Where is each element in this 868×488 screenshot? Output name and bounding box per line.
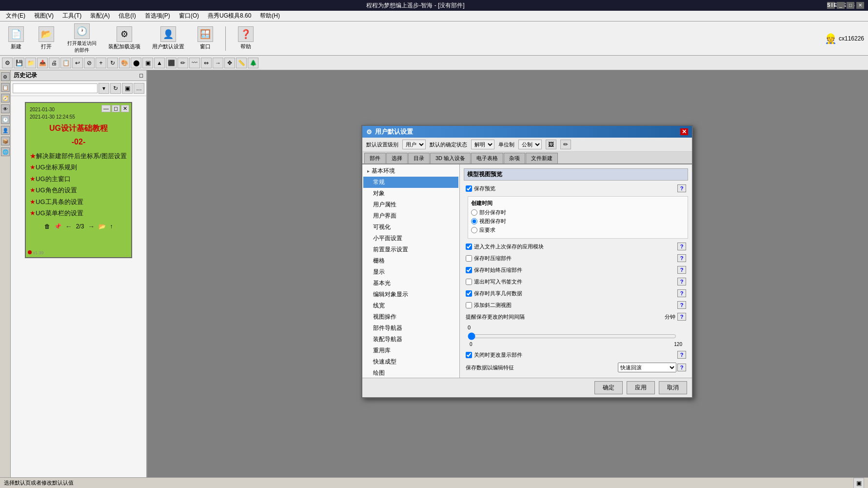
tb2-undo-btn[interactable]: ↩ xyxy=(72,58,83,68)
reminder-help[interactable]: ? xyxy=(677,313,686,321)
tb2-cancel-btn[interactable]: ⊘ xyxy=(84,58,95,68)
tb2-cube-btn[interactable]: ▣ xyxy=(142,58,153,68)
save-data-select[interactable]: 快速回滚 完整保存 不保存 xyxy=(618,363,676,372)
tree-visualization[interactable]: 可视化 xyxy=(363,222,458,233)
left-icon-view[interactable]: 👁 xyxy=(1,104,10,113)
write-bookmark-label[interactable]: 退出时写入书签文件 xyxy=(466,278,522,285)
settings-unit-select[interactable]: 公制 xyxy=(518,140,542,149)
tree-reuse-lib[interactable]: 重用库 xyxy=(363,345,458,356)
tb2-move-btn[interactable]: ✥ xyxy=(224,58,235,68)
dialog-apply-btn[interactable]: 应用 xyxy=(627,381,655,394)
tree-object[interactable]: 对象 xyxy=(363,188,458,199)
settings-icon2-btn[interactable]: ✏ xyxy=(560,140,571,149)
card-pin-icon[interactable]: 📌 xyxy=(54,223,61,230)
card-share-icon[interactable]: ↑ xyxy=(110,223,113,230)
always-compress-label[interactable]: 保存时始终压缩部件 xyxy=(466,266,522,274)
tb2-plus-btn[interactable]: + xyxy=(96,58,106,68)
card-prev-btn[interactable]: ← xyxy=(65,223,72,230)
history-search-dropdown[interactable]: ▾ xyxy=(99,83,109,94)
tree-basic-env[interactable]: ▸ 基本环境 xyxy=(363,165,458,177)
card-restore-icon[interactable]: ◻ xyxy=(112,105,120,112)
tb2-sketch-btn[interactable]: ✏ xyxy=(178,58,188,68)
write-bookmark-help[interactable]: ? xyxy=(677,278,686,285)
settings-confirm-select[interactable]: 解明 xyxy=(471,140,494,149)
tree-assembly-nav[interactable]: 装配导航器 xyxy=(363,334,458,345)
compress-on-save-checkbox[interactable] xyxy=(466,255,472,262)
history-more-btn[interactable]: … xyxy=(134,83,144,94)
tree-edit-obj-display[interactable]: 编辑对象显示 xyxy=(363,289,458,300)
tb2-folder-btn[interactable]: 📁 xyxy=(25,58,36,68)
tree-fast-model[interactable]: 快速成型 xyxy=(363,356,458,367)
save-preview-label[interactable]: 保存预览 xyxy=(466,185,495,192)
history-view-btn[interactable]: ▣ xyxy=(122,83,133,94)
tb2-measure-btn[interactable]: 📏 xyxy=(236,58,247,68)
dialog-cancel-btn[interactable]: 取消 xyxy=(659,381,687,394)
settings-icon1-btn[interactable]: 🖼 xyxy=(546,140,556,149)
tb2-wire-btn[interactable]: 〰 xyxy=(189,58,200,68)
toolbar-window-btn[interactable]: 🪟 窗口 xyxy=(193,24,217,52)
tb2-copy-btn[interactable]: 📋 xyxy=(60,58,71,68)
tree-line[interactable]: 线宽 xyxy=(363,300,458,311)
load-last-modules-label[interactable]: 进入文件上次保存的应用模块 xyxy=(466,243,544,250)
card-close-icon[interactable]: ✕ xyxy=(121,105,129,112)
tree-user-attr[interactable]: 用户属性 xyxy=(363,199,458,210)
toolbar-open-btn[interactable]: 📂 打开 xyxy=(34,24,59,52)
tree-user-interface[interactable]: 用户界面 xyxy=(363,210,458,222)
close-btn[interactable]: ✕ xyxy=(856,2,864,9)
tb2-settings-btn[interactable]: ⚙ xyxy=(2,58,13,68)
toolbar-open-recent-btn[interactable]: 🕐 打开最近访问的部件 xyxy=(64,21,99,56)
tab-eye[interactable]: 目录 xyxy=(408,153,430,163)
tab-select[interactable]: 选择 xyxy=(386,153,408,163)
toolbar-help-btn[interactable]: ❓ 帮助 xyxy=(234,24,258,52)
radio-partial-save[interactable] xyxy=(471,209,477,216)
history-refresh-btn[interactable]: ↻ xyxy=(110,83,121,94)
menu-yanxiu[interactable]: 燕秀UG模具8.60 xyxy=(204,11,255,21)
card-open-icon[interactable]: 📂 xyxy=(99,223,106,230)
tb2-tree-btn[interactable]: 🌲 xyxy=(248,58,258,68)
tb2-export-btn[interactable]: 📤 xyxy=(37,58,48,68)
menu-tools[interactable]: 工具(T) xyxy=(59,11,85,21)
menu-window[interactable]: 窗口(O) xyxy=(175,11,203,21)
toolbar-load-options-btn[interactable]: ⚙ 装配加载选项 xyxy=(105,24,143,52)
tree-drawing[interactable]: 绘图 xyxy=(363,367,458,378)
write-bookmark-checkbox[interactable] xyxy=(466,279,472,285)
settings-level-select[interactable]: 用户 xyxy=(402,140,426,149)
dialog-ok-btn[interactable]: 确定 xyxy=(594,381,623,394)
card-trash-icon[interactable]: 🗑 xyxy=(44,223,50,230)
tb2-color-btn[interactable]: 🎨 xyxy=(119,58,130,68)
tb2-cyl-btn[interactable]: ⬛ xyxy=(166,58,177,68)
close-show-checkbox[interactable] xyxy=(466,352,472,358)
menu-file[interactable]: 文件(E) xyxy=(2,11,29,21)
tree-view-ops[interactable]: 视图操作 xyxy=(363,311,458,323)
tb2-rotate-btn[interactable]: ↻ xyxy=(107,58,118,68)
tb2-sphere-btn[interactable]: ⬤ xyxy=(131,58,141,68)
menu-assembly[interactable]: 装配(A) xyxy=(86,11,114,21)
tab-3d-input[interactable]: 3D 输入设备 xyxy=(430,153,471,163)
tab-new-file[interactable]: 文件新建 xyxy=(526,153,558,163)
radio-view-save[interactable] xyxy=(471,218,477,224)
left-icon-box[interactable]: 📦 xyxy=(1,137,10,145)
save-data-help[interactable]: ? xyxy=(677,364,686,371)
left-icon-nav[interactable]: 🧭 xyxy=(1,94,10,102)
menu-prefs[interactable]: 首选项(P) xyxy=(141,11,174,21)
load-last-modules-help[interactable]: ? xyxy=(677,243,686,250)
tree-palette[interactable]: 栅格 xyxy=(363,255,458,266)
status-icon-btn[interactable]: ▣ xyxy=(853,478,864,488)
compress-on-save-help[interactable]: ? xyxy=(677,254,686,262)
close-show-help[interactable]: ? xyxy=(677,351,686,359)
menu-help[interactable]: 帮助(H) xyxy=(256,11,284,21)
toolbar-new-btn[interactable]: 📄 新建 xyxy=(4,24,28,52)
left-icon-gear[interactable]: ⚙ xyxy=(1,72,10,81)
maximize-btn[interactable]: □ xyxy=(847,2,854,9)
left-icon-clock[interactable]: 🕐 xyxy=(1,115,10,124)
add-slope-view-help[interactable]: ? xyxy=(677,301,686,309)
left-icon-history[interactable]: 📋 xyxy=(1,83,10,92)
history-restore-btn[interactable]: ◻ xyxy=(139,72,143,79)
reminder-slider[interactable] xyxy=(468,332,676,340)
tb2-cone-btn[interactable]: ▲ xyxy=(154,58,165,68)
save-preview-help[interactable]: ? xyxy=(677,184,686,192)
radio-demand[interactable] xyxy=(471,227,477,233)
add-slope-view-checkbox[interactable] xyxy=(466,302,472,308)
compress-on-save-label[interactable]: 保存时压缩部件 xyxy=(466,255,512,262)
card-next-btn[interactable]: → xyxy=(88,223,95,230)
